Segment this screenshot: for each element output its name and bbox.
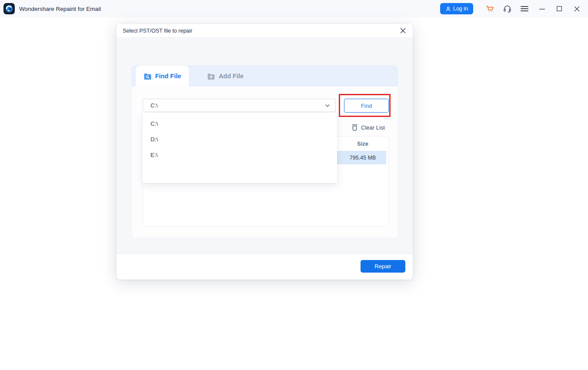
support-headset-icon[interactable] [498, 0, 516, 17]
tab-find-file-label: Find File [155, 73, 181, 80]
drive-option-c[interactable]: C:\ [143, 116, 337, 131]
dialog-header: Select PST/OST file to repair [117, 24, 413, 38]
drive-dropdown-list: C:\ D:\ E:\ [143, 113, 337, 183]
size-column-header: Size [337, 140, 388, 147]
cart-icon[interactable] [481, 0, 498, 17]
clear-list-button[interactable]: Clear List [351, 122, 385, 133]
folder-search-icon [144, 72, 152, 80]
drive-select[interactable]: C:\ [143, 99, 336, 112]
tab-find-file[interactable]: Find File [136, 66, 189, 87]
login-button-label: Log in [453, 6, 468, 12]
drive-option-e[interactable]: E:\ [143, 147, 337, 163]
tab-strip: Find File Add File [132, 66, 398, 87]
login-button[interactable]: Log in [440, 3, 473, 14]
drive-select-value: C:\ [150, 102, 158, 109]
chevron-down-icon [325, 103, 330, 108]
file-size-value: 795.45 MB [337, 155, 388, 161]
minimize-button[interactable] [533, 0, 551, 17]
tab-add-file[interactable]: Add File [197, 66, 254, 87]
tab-panel: Find File Add File C:\ Find [131, 65, 398, 238]
maximize-button[interactable] [551, 0, 568, 17]
menu-icon[interactable] [516, 0, 533, 17]
drive-option-d[interactable]: D:\ [143, 131, 337, 147]
app-logo [3, 3, 15, 14]
select-file-dialog: Select PST/OST file to repair You can ch… [117, 24, 413, 280]
dialog-footer: Repair [117, 253, 413, 280]
dialog-close-icon[interactable] [398, 26, 408, 36]
dialog-title: Select PST/OST file to repair [123, 28, 192, 34]
find-button[interactable]: Find [344, 99, 389, 113]
folder-plus-icon [207, 72, 215, 80]
clear-list-label: Clear List [361, 124, 385, 131]
trash-icon [351, 124, 358, 131]
window-titlebar: Wondershare Repairit for Email Log in [0, 0, 588, 17]
tab-add-file-label: Add File [219, 73, 244, 80]
app-title: Wondershare Repairit for Email [19, 0, 101, 17]
repair-button[interactable]: Repair [361, 260, 405, 273]
repairit-logo-icon [5, 4, 13, 13]
close-window-button[interactable] [568, 0, 585, 17]
user-icon [445, 6, 451, 12]
